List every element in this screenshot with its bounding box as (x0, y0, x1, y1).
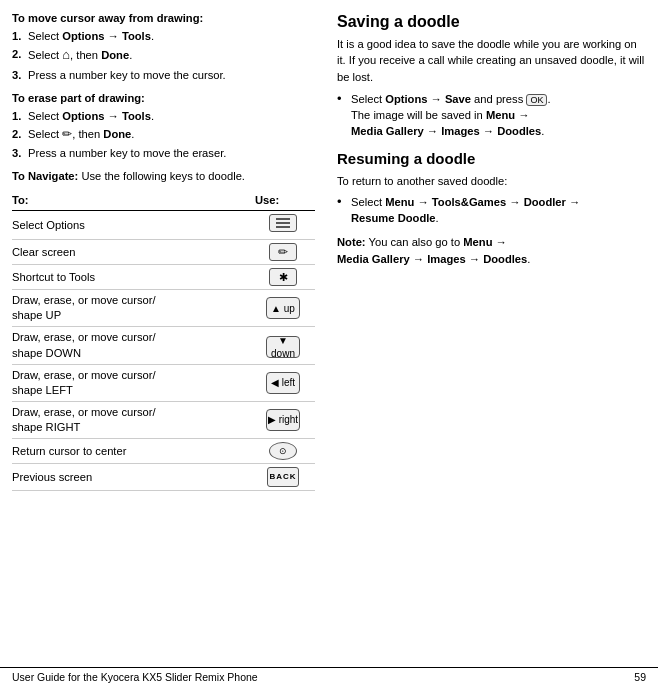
nav-row-to: Clear screen (12, 240, 255, 265)
resuming-bullet-text: Select Menu → Tools&Games → Doodler → Re… (351, 194, 580, 226)
bullet-icon-2: • (337, 194, 351, 226)
nav-row-use: BACK (255, 464, 315, 491)
erase-step-1-text: Select Options → Tools. (28, 108, 154, 124)
content-area: To move cursor away from drawing: 1. Sel… (0, 0, 658, 667)
right-column: Saving a doodle It is a good idea to sav… (329, 10, 646, 659)
move-heading: To move cursor away from drawing: (12, 10, 315, 26)
footer-left: User Guide for the Kyocera KX5 Slider Re… (12, 671, 258, 683)
page: To move cursor away from drawing: 1. Sel… (0, 0, 658, 686)
star-key-icon: ✱ (269, 268, 297, 286)
nav-row-to: Draw, erase, or move cursor/shape DOWN (12, 327, 255, 364)
nav-row-use (255, 211, 315, 240)
footer: User Guide for the Kyocera KX5 Slider Re… (0, 667, 658, 686)
nav-row-back: Previous screen BACK (12, 464, 315, 491)
move-steps: 1. Select Options → Tools. 2. Select ⌂, … (12, 28, 315, 83)
nav-row-use: ▼ down (255, 327, 315, 364)
erase-heading: To erase part of drawing: (12, 90, 315, 106)
erase-step-2-text: Select ✏, then Done. (28, 126, 134, 143)
nav-row-right: Draw, erase, or move cursor/shape RIGHT … (12, 401, 315, 438)
nav-row-to: Select Options (12, 211, 255, 240)
nav-row-center: Return cursor to center ⊙ (12, 439, 315, 464)
nav-row-use: ▲ up (255, 290, 315, 327)
move-step-1-num: 1. (12, 28, 28, 44)
nav-row-use: ✏ (255, 240, 315, 265)
saving-bullets: • Select Options → Save and press OK. Th… (337, 91, 646, 140)
nav-intro-text: Use the following keys to doodle. (81, 170, 245, 182)
menu-key-icon (269, 214, 297, 232)
move-step-2-num: 2. (12, 46, 28, 65)
erase-step-3-num: 3. (12, 145, 28, 161)
saving-bullet-text: Select Options → Save and press OK. The … (351, 91, 551, 140)
saving-heading: Saving a doodle (337, 12, 646, 31)
move-step-3-text: Press a number key to move the cursor. (28, 67, 226, 83)
nav-row-to: Draw, erase, or move cursor/shape LEFT (12, 364, 255, 401)
resuming-bullets: • Select Menu → Tools&Games → Doodler → … (337, 194, 646, 226)
erase-step-3: 3. Press a number key to move the eraser… (12, 145, 315, 161)
move-step-3: 3. Press a number key to move the cursor… (12, 67, 315, 83)
down-key-icon: ▼ down (266, 336, 300, 358)
right-key-icon: ▶ right (266, 409, 300, 431)
ok-key-icon: OK (526, 94, 547, 106)
nav-row-use: ✱ (255, 265, 315, 290)
left-column: To move cursor away from drawing: 1. Sel… (12, 10, 329, 659)
move-step-3-num: 3. (12, 67, 28, 83)
move-step-2: 2. Select ⌂, then Done. (12, 46, 315, 65)
resuming-heading: Resuming a doodle (337, 150, 646, 168)
nav-intro: To Navigate: Use the following keys to d… (12, 168, 315, 184)
note-block: Note: You can also go to Menu → Media Ga… (337, 234, 646, 266)
left-key-icon: ◀ left (266, 372, 300, 394)
bullet-icon: • (337, 91, 351, 140)
nav-row-to: Return cursor to center (12, 439, 255, 464)
nav-row-use: ◀ left (255, 364, 315, 401)
up-key-icon: ▲ up (266, 297, 300, 319)
nav-col-to: To: (12, 190, 255, 211)
center-key-icon: ⊙ (269, 442, 297, 460)
move-step-1: 1. Select Options → Tools. (12, 28, 315, 44)
move-step-2-text: Select ⌂, then Done. (28, 46, 132, 65)
footer-right: 59 (634, 671, 646, 683)
nav-row-shortcut: Shortcut to Tools ✱ (12, 265, 315, 290)
nav-row-left: Draw, erase, or move cursor/shape LEFT ◀… (12, 364, 315, 401)
nav-row-clear: Clear screen ✏ (12, 240, 315, 265)
nav-heading: To Navigate: (12, 170, 78, 182)
note-label: Note: (337, 236, 366, 248)
nav-row-up: Draw, erase, or move cursor/shape UP ▲ u… (12, 290, 315, 327)
back-key-icon: BACK (267, 467, 299, 487)
nav-row-to: Shortcut to Tools (12, 265, 255, 290)
move-step-1-text: Select Options → Tools. (28, 28, 154, 44)
nav-row-to: Draw, erase, or move cursor/shape UP (12, 290, 255, 327)
nav-row-use: ▶ right (255, 401, 315, 438)
nav-row-to: Draw, erase, or move cursor/shape RIGHT (12, 401, 255, 438)
nav-row-down: Draw, erase, or move cursor/shape DOWN ▼… (12, 327, 315, 364)
erase-step-1: 1. Select Options → Tools. (12, 108, 315, 124)
nav-row-select-options: Select Options (12, 211, 315, 240)
nav-row-use: ⊙ (255, 439, 315, 464)
erase-step-3-text: Press a number key to move the eraser. (28, 145, 226, 161)
erase-step-2-num: 2. (12, 126, 28, 143)
resuming-intro: To return to another saved doodle: (337, 173, 646, 189)
pencil-key-icon: ✏ (269, 243, 297, 261)
erase-step-2: 2. Select ✏, then Done. (12, 126, 315, 143)
nav-table: To: Use: Select Options Clear screen (12, 190, 315, 491)
nav-row-to: Previous screen (12, 464, 255, 491)
note-text: You can also go to Menu → Media Gallery … (337, 236, 530, 264)
resuming-bullet-item: • Select Menu → Tools&Games → Doodler → … (337, 194, 646, 226)
erase-steps: 1. Select Options → Tools. 2. Select ✏, … (12, 108, 315, 162)
nav-col-use: Use: (255, 190, 315, 211)
erase-step-1-num: 1. (12, 108, 28, 124)
saving-bullet-item: • Select Options → Save and press OK. Th… (337, 91, 646, 140)
saving-intro: It is a good idea to save the doodle whi… (337, 36, 646, 85)
